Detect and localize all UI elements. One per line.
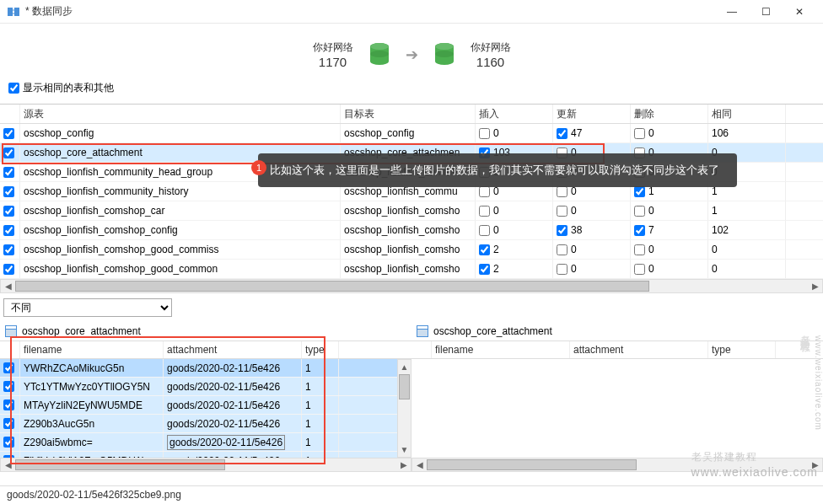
num-cell[interactable]: 0	[631, 240, 708, 259]
sync-checkbox[interactable]	[634, 225, 645, 236]
scroll-left-icon[interactable]: ◀	[1, 280, 15, 292]
num-cell[interactable]: 0	[631, 124, 708, 142]
num-cell[interactable]: 0	[476, 124, 553, 142]
show-same-input[interactable]	[8, 83, 19, 94]
scroll-right-icon[interactable]: ▶	[808, 280, 822, 292]
col-type[interactable]: type	[302, 341, 339, 358]
col-attachment[interactable]: attachment	[570, 341, 708, 358]
row-checkbox[interactable]	[3, 167, 14, 178]
num-cell[interactable]: 2	[476, 240, 553, 259]
num-cell[interactable]: 0	[476, 221, 553, 239]
target-name: oscshop_config	[341, 124, 476, 142]
same-count: 102	[708, 221, 786, 239]
sync-checkbox[interactable]	[479, 186, 490, 197]
titlebar: * 数据同步 — ☐ ✕	[0, 0, 823, 24]
table-row[interactable]: oscshop_lionfish_comshop_configoscshop_l…	[0, 221, 823, 240]
scroll-left-icon[interactable]: ◀	[1, 458, 15, 471]
col-attachment[interactable]: attachment	[164, 341, 302, 358]
target-name: oscshop_lionfish_comsho	[341, 221, 476, 239]
scroll-right-icon[interactable]: ▶	[396, 458, 411, 471]
sync-header: 你好网络 1170 ➔ 你好网络 1160	[0, 24, 823, 78]
table-row[interactable]: oscshop_lionfish_comshop_good_commonoscs…	[0, 260, 823, 279]
num-cell[interactable]: 0	[631, 201, 708, 220]
scroll-up-icon[interactable]: ▲	[398, 360, 411, 374]
sync-checkbox[interactable]	[634, 264, 645, 275]
annotation-badge: 1	[251, 160, 266, 175]
col-target[interactable]: 目标表	[341, 105, 476, 123]
filter-row: 不同	[0, 293, 823, 322]
row-checkbox[interactable]	[3, 399, 14, 410]
num-cell[interactable]: 7	[631, 221, 708, 239]
minimize-button[interactable]: —	[715, 1, 749, 23]
list-item[interactable]: Z290b3AucG5ngoods/2020-02-11/5e4261	[0, 415, 397, 433]
svg-rect-0	[8, 8, 13, 16]
row-checkbox[interactable]	[3, 264, 14, 275]
sync-checkbox[interactable]	[479, 128, 490, 139]
num-cell[interactable]: 0	[631, 260, 708, 278]
sync-checkbox[interactable]	[479, 206, 490, 217]
same-count: 0	[708, 260, 786, 278]
row-checkbox[interactable]	[3, 244, 14, 255]
sync-checkbox[interactable]	[557, 244, 567, 255]
table-row[interactable]: oscshop_configoscshop_config0470106	[0, 124, 823, 143]
row-checkbox[interactable]	[3, 128, 14, 139]
sync-checkbox[interactable]	[557, 186, 567, 197]
filter-select[interactable]: 不同	[3, 298, 172, 317]
type-cell: 1	[302, 452, 339, 458]
row-checkbox[interactable]	[3, 362, 14, 373]
col-update[interactable]: 更新	[553, 105, 631, 123]
list-item[interactable]: YWRhZCAoMikucG5ngoods/2020-02-11/5e4261	[0, 359, 397, 378]
table-row[interactable]: oscshop_lionfish_comshop_caroscshop_lion…	[0, 201, 823, 221]
num-cell[interactable]: 0	[553, 201, 631, 220]
col-source[interactable]: 源表	[20, 105, 341, 123]
row-checkbox[interactable]	[3, 206, 14, 217]
col-same[interactable]: 相同	[708, 105, 786, 123]
row-checkbox[interactable]	[3, 186, 14, 197]
sync-checkbox[interactable]	[557, 206, 567, 217]
list-item[interactable]: ZiViVzk2ViA2ZmO5MDU1Lgoods/2020-02-11/5e…	[0, 452, 397, 458]
sync-checkbox[interactable]	[479, 264, 490, 275]
scroll-right-icon[interactable]: ▶	[808, 458, 822, 471]
sync-checkbox[interactable]	[557, 128, 567, 139]
col-delete[interactable]: 删除	[631, 105, 708, 123]
col-insert[interactable]: 插入	[476, 105, 553, 123]
sync-checkbox[interactable]	[557, 264, 567, 275]
list-item[interactable]: YTc1YTMwYzc0YTllOGY5Ngoods/2020-02-11/5e…	[0, 378, 397, 396]
sync-checkbox[interactable]	[557, 225, 567, 236]
col-filename[interactable]: filename	[20, 341, 164, 358]
show-same-label: 显示相同的表和其他	[23, 81, 114, 95]
sync-checkbox[interactable]	[634, 244, 645, 255]
scroll-left-icon[interactable]: ◀	[412, 458, 427, 471]
row-checkbox[interactable]	[3, 455, 14, 458]
table-row[interactable]: oscshop_lionfish_comshop_good_commissosc…	[0, 240, 823, 260]
close-button[interactable]: ✕	[783, 1, 816, 23]
num-cell[interactable]: 2	[476, 260, 553, 278]
sync-checkbox[interactable]	[634, 186, 645, 197]
col-filename[interactable]: filename	[432, 341, 570, 358]
right-hscroll[interactable]: ◀ ▶	[412, 458, 823, 472]
sync-checkbox[interactable]	[634, 128, 645, 139]
left-vscroll[interactable]: ▲ ▼	[397, 359, 412, 458]
num-cell[interactable]: 0	[476, 201, 553, 220]
row-checkbox[interactable]	[3, 418, 14, 429]
sync-checkbox[interactable]	[479, 225, 490, 236]
main-scrollbar[interactable]: ◀ ▶	[0, 279, 823, 293]
row-checkbox[interactable]	[3, 437, 14, 448]
row-checkbox[interactable]	[3, 381, 14, 392]
list-item[interactable]: Z290ai5wbmc=goods/2020-02-11/5e4261	[0, 433, 397, 452]
left-hscroll[interactable]: ◀ ▶	[0, 458, 412, 472]
row-checkbox[interactable]	[3, 225, 14, 236]
num-cell[interactable]: 0	[553, 260, 631, 278]
num-cell[interactable]: 0	[553, 240, 631, 259]
num-cell[interactable]: 47	[553, 124, 631, 142]
maximize-button[interactable]: ☐	[749, 1, 783, 23]
col-type[interactable]: type	[708, 341, 776, 358]
sync-checkbox[interactable]	[634, 206, 645, 217]
list-item[interactable]: MTAyYzliN2EyNWU5MDEgoods/2020-02-11/5e42…	[0, 396, 397, 415]
num-cell[interactable]: 38	[553, 221, 631, 239]
show-same-checkbox[interactable]: 显示相同的表和其他	[0, 78, 823, 104]
sync-checkbox[interactable]	[479, 244, 490, 255]
row-checkbox[interactable]	[3, 147, 14, 158]
svg-rect-10	[6, 330, 16, 336]
scroll-down-icon[interactable]: ▼	[398, 442, 411, 457]
